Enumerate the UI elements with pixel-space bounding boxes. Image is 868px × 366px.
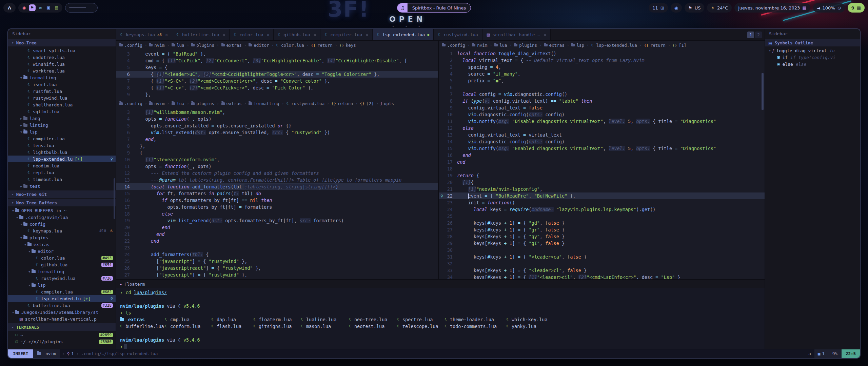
- editor-color-lua[interactable]: 3 event = { "BufRead" },4 cmd = { [1]"Cc…: [116, 49, 438, 99]
- code-line[interactable]: 12 else: [439, 125, 765, 131]
- code-line[interactable]: 16 if opts.formatters_by_ft[ft] == nil t…: [116, 197, 438, 204]
- tree-item[interactable]: ☾rustywind.lua#726: [8, 275, 116, 282]
- tree-item[interactable]: ☾worktree.lua: [8, 67, 116, 74]
- section-header-terminals[interactable]: ▸TERMINALS: [8, 323, 116, 331]
- code-line[interactable]: 30: [439, 247, 765, 253]
- tray-module[interactable]: 9▦: [848, 3, 865, 13]
- tree-item[interactable]: ▸lang: [8, 115, 116, 122]
- breadcrumb-item[interactable]: {}return: [332, 101, 353, 106]
- code-line[interactable]: 22 end: [116, 238, 438, 244]
- launcher-button[interactable]: Λ: [3, 3, 16, 13]
- tree-item[interactable]: ▾.config/nvim/lua: [8, 214, 116, 221]
- workspace-2-button[interactable]: ⚑: [29, 4, 36, 11]
- breadcrumb-item[interactable]: {}keys: [339, 43, 356, 48]
- code-line[interactable]: 26 ["javascriptreact"] = { "rustywind" }…: [116, 265, 438, 271]
- code-line[interactable]: 11 opts = function(_, opts): [116, 163, 438, 170]
- code-line[interactable]: 8 },: [116, 143, 438, 149]
- tree-item[interactable]: ▸test: [8, 183, 116, 189]
- code-line[interactable]: 7 end,: [116, 136, 438, 143]
- code-line[interactable]: 9 config.virtual_text = false: [439, 104, 765, 111]
- code-line[interactable]: 24 local keys = require(modname: "lazyvi…: [439, 206, 765, 213]
- code-line[interactable]: 16 end: [439, 152, 765, 159]
- code-line[interactable]: 3 [1]"williamboman/mason.nvim",: [116, 109, 438, 116]
- tab-bufferline-lua[interactable]: ☾bufferline.lua×: [172, 29, 230, 40]
- code-line[interactable]: 12 --- Extend the conform plugin config …: [116, 170, 438, 177]
- tab-compiler-lua[interactable]: ☾compiler.lua×: [320, 29, 373, 40]
- editor-scrollbar[interactable]: [762, 73, 764, 110]
- tree-item[interactable]: ▨scrollbar-handle-vertical.p: [8, 316, 116, 322]
- weather-module[interactable]: ☀24°C: [707, 3, 732, 13]
- code-line[interactable]: 24 add_formatters(tbl: {: [116, 251, 438, 258]
- code-line[interactable]: 5 keys = {: [116, 64, 438, 71]
- code-line[interactable]: 5 prefix = "●",: [439, 77, 765, 84]
- code-line[interactable]: 31 keys[#keys + 1] = { "<leader>ca", fal…: [439, 253, 765, 260]
- tree-item[interactable]: ☾rustywind.lua: [8, 95, 116, 101]
- close-tab-icon[interactable]: ×: [314, 32, 316, 37]
- breadcrumb-item[interactable]: plugins: [191, 101, 214, 106]
- tree-item[interactable]: ▾extras: [8, 241, 116, 248]
- code-line[interactable]: 32: [439, 260, 765, 267]
- tree-item[interactable]: ☾undotree.lua: [8, 54, 116, 61]
- tree-item[interactable]: ☾winshift.lua: [8, 61, 116, 67]
- breadcrumb-item[interactable]: lsp: [571, 43, 584, 48]
- breadcrumb-item[interactable]: extras: [221, 101, 242, 106]
- code-line[interactable]: 10 [1]"stevearc/conform.nvim",: [116, 156, 438, 163]
- code-line[interactable]: 18 else: [116, 210, 438, 217]
- date-module[interactable]: jueves, noviembre 16, 2023▦: [734, 3, 810, 13]
- tree-item[interactable]: ☾smart-splits.lua: [8, 47, 116, 54]
- code-line[interactable]: 27 keys[#keys + 1] = { "gr", false }: [439, 226, 765, 233]
- close-tab-icon[interactable]: ×: [223, 32, 225, 37]
- color-picker-module[interactable]: ◉: [671, 3, 682, 13]
- breadcrumb-item[interactable]: extras: [221, 43, 242, 48]
- keyboard-layout-module[interactable]: ⚑US: [685, 3, 704, 13]
- breadcrumb-item[interactable]: lua: [172, 43, 184, 48]
- code-line[interactable]: 14 vim.diagnostic.config(opts: config): [439, 138, 765, 145]
- tree-item[interactable]: ▾formatting: [8, 268, 116, 275]
- tree-item[interactable]: ☾lsp-extended.lu[+]♀: [8, 295, 116, 302]
- code-line[interactable]: 23: [116, 244, 438, 251]
- code-line[interactable]: 34 keys[#keys + 1] = { [1]"<leader>cil",…: [439, 274, 765, 279]
- code-line[interactable]: 21 end: [116, 231, 438, 238]
- code-line[interactable]: 29 keys[#keys + 1] = { "gI", false }: [439, 240, 765, 247]
- code-line[interactable]: 4 cmd = { [1]"CccPick", [2]"CccConvert",…: [116, 57, 438, 64]
- breadcrumb-item[interactable]: .config: [119, 101, 142, 106]
- code-line[interactable]: 8 { [1]"<C-c>", [2]"<cmd>CccPick<cr>", d…: [116, 84, 438, 91]
- code-line[interactable]: 19return {: [439, 172, 765, 179]
- tree-item[interactable]: ▸linting: [8, 122, 116, 128]
- code-line[interactable]: 19 vim.list_extend(dst: opts.formatters_…: [116, 217, 438, 224]
- breadcrumb-item[interactable]: {}[1]: [673, 43, 687, 48]
- tab-lsp-extended-lua[interactable]: ☾lsp-extended.lua●: [373, 29, 434, 40]
- code-line[interactable]: 27 ["typescript"] = { "rustywind" },: [116, 271, 438, 278]
- code-line[interactable]: 9 },: [116, 91, 438, 98]
- tree-item[interactable]: ☾isort.lua: [8, 81, 116, 88]
- code-line[interactable]: 15 vim.notify(msg: "Enabled diagnostics …: [439, 145, 765, 152]
- code-line[interactable]: 9 {: [116, 149, 438, 156]
- code-line[interactable]: 3 spacing = 4,: [439, 64, 765, 70]
- breadcrumb-item[interactable]: extras: [544, 43, 565, 48]
- code-line[interactable]: 18: [439, 165, 765, 172]
- symbols-outline-header[interactable]: ▤ Symbols Outline: [765, 39, 860, 46]
- breadcrumb-item[interactable]: ƒopts: [381, 101, 394, 106]
- code-line[interactable]: 8 if type(v: config.virtual_text) == "ta…: [439, 98, 765, 104]
- breadcrumb-item[interactable]: nvim: [472, 43, 487, 48]
- code-line[interactable]: 15 for ft, formatters in pairs(t: tbl) d…: [116, 190, 438, 197]
- outline-item[interactable]: ▾ƒtoggle_diag_virtextfu: [765, 47, 860, 54]
- cwd-segment[interactable]: nvim: [33, 349, 60, 358]
- code-line[interactable]: 1local function toggle_diag_virtext(): [439, 50, 765, 57]
- section-header-neo-tree-git[interactable]: ▸Neo-Tree Git: [8, 190, 116, 198]
- tree-item[interactable]: ☾sqlfmt.lua: [8, 108, 116, 115]
- tab-color-lua[interactable]: ☾color.lua×: [230, 29, 274, 40]
- workspace-1-button[interactable]: ◉: [21, 4, 27, 11]
- breadcrumb-item[interactable]: ☾rustywind.lua: [286, 101, 324, 106]
- code-line[interactable]: 28 keys[#keys + 1] = { "gy", false }: [439, 233, 765, 240]
- volume-module[interactable]: ◄100%⊙: [813, 3, 845, 13]
- code-line[interactable]: 6 { [1]"<leader>uC", [2]"<cmd>CccHighlig…: [116, 71, 438, 78]
- code-line[interactable]: 4 opts = function(_, opts): [116, 116, 438, 122]
- tree-item[interactable]: ▾editor: [8, 248, 116, 255]
- breadcrumb-item[interactable]: plugins: [191, 43, 214, 48]
- code-line[interactable]: 17 opts.formatters_by_ft[ft] = formatter…: [116, 204, 438, 210]
- workspace-3-button[interactable]: ∞: [37, 4, 44, 11]
- code-line[interactable]: 21 [1]"neovim/nvim-lspconfig",: [439, 186, 765, 192]
- tree-item[interactable]: ☾lens.lua: [8, 142, 116, 149]
- tree-item[interactable]: ⊡~#2859: [8, 331, 116, 338]
